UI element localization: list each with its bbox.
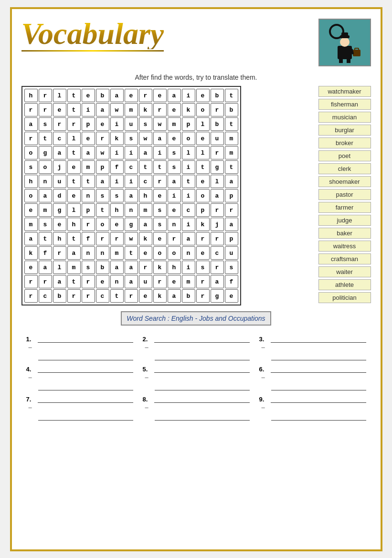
grid-cell: r (196, 275, 210, 288)
grid-cell: t (67, 89, 81, 102)
grid-cell: t (67, 232, 81, 245)
blank-translation-line (271, 353, 366, 360)
grid-cell: a (153, 132, 167, 145)
blank-word-line (271, 365, 366, 373)
grid-cell: a (96, 175, 109, 188)
grid-cell: j (53, 160, 66, 174)
grid-cell: m (225, 146, 238, 159)
blank-separator: – (143, 344, 250, 351)
grid-cell: o (24, 146, 38, 159)
grid-cell: e (196, 89, 210, 102)
grid-cell: e (168, 103, 181, 116)
grid-cell: w (125, 232, 138, 245)
grid-cell: a (125, 189, 138, 202)
grid-cell: g (211, 289, 224, 303)
grid-cell: t (67, 175, 81, 188)
blank-line: 1. (26, 335, 133, 343)
grid-cell: b (53, 289, 66, 303)
grid-cell: m (182, 275, 195, 288)
grid-cell: w (139, 132, 152, 145)
grid-cell: r (225, 203, 238, 217)
grid-cell: w (110, 103, 124, 116)
grid-cell: e (225, 289, 238, 303)
grid-cell: r (153, 103, 167, 116)
grid-cell: a (168, 289, 181, 303)
grid-cell: a (225, 175, 238, 188)
grid-cell: k (196, 218, 210, 231)
grid-cell: o (196, 189, 210, 202)
blank-item: 4. – (26, 365, 133, 390)
grid-cell: r (82, 289, 95, 303)
grid-cell: h (24, 89, 38, 102)
grid-cell: l (211, 175, 224, 188)
grid-cell: w (96, 146, 109, 159)
word-item: judge (318, 215, 371, 226)
blank-line: 5. (143, 365, 250, 373)
word-item: waiter (318, 266, 371, 277)
grid-cell: n (168, 218, 181, 231)
grid-cell: k (139, 232, 152, 245)
grid-cell: c (182, 203, 195, 217)
grid-cell: n (82, 246, 95, 260)
blank-translation-line (38, 413, 133, 421)
grid-cell: s (96, 189, 109, 202)
grid-cell: i (182, 218, 195, 231)
blank-item: 1. – (26, 335, 133, 360)
grid-cell: u (211, 132, 224, 145)
grid-cell: t (39, 232, 52, 245)
svg-line-10 (352, 50, 353, 53)
blank-word-line (38, 335, 133, 343)
blank-translation-line (155, 413, 250, 421)
word-item: burglar (318, 125, 371, 136)
grid-cell: i (182, 261, 195, 274)
grid-cell: i (110, 117, 124, 131)
blank-line: 8. (143, 395, 250, 403)
grid-cell: p (96, 160, 109, 174)
grid-cell: o (39, 160, 52, 174)
grid-cell: m (168, 117, 181, 131)
grid-cell: p (225, 189, 238, 202)
grid-cell: i (153, 146, 167, 159)
grid-cell: p (196, 203, 210, 217)
grid-cell: p (225, 232, 238, 245)
grid-cell: k (153, 289, 167, 303)
grid-cell: r (211, 146, 224, 159)
grid-cell: s (24, 160, 38, 174)
grid-cell: e (96, 275, 109, 288)
blank-word-line (271, 395, 366, 403)
grid-cell: a (110, 89, 124, 102)
grid-cell: n (182, 246, 195, 260)
blanks-section: 1. – 2. – 3. – 4. – (21, 335, 371, 421)
blank-word-line (271, 335, 366, 343)
grid-cell: j (211, 218, 224, 231)
grid-cell: l (196, 117, 210, 131)
grid-cell: t (110, 289, 124, 303)
blank-translation-line (155, 353, 250, 360)
grid-cell: p (82, 117, 95, 131)
word-item: waitress (318, 241, 371, 252)
grid-cell: r (125, 289, 138, 303)
grid-cell: t (67, 146, 81, 159)
blank-line: 2. (143, 335, 250, 343)
grid-cell: a (39, 261, 52, 274)
svg-rect-9 (355, 48, 359, 51)
grid-cell: a (53, 275, 66, 288)
grid-cell: b (96, 89, 109, 102)
detective-icon (318, 19, 371, 66)
grid-cell: c (125, 160, 138, 174)
blank-number: 6. (259, 366, 269, 373)
grid-cell: o (96, 218, 109, 231)
grid-cell: h (53, 232, 66, 245)
grid-cell: w (153, 117, 167, 131)
grid-cell: r (24, 132, 38, 145)
grid-cell: a (24, 117, 38, 131)
word-item: politician (318, 292, 371, 303)
word-item: broker (318, 137, 371, 148)
grid-cell: t (225, 89, 238, 102)
grid-cell: c (211, 246, 224, 260)
blank-item: 9. – (259, 395, 366, 421)
grid-cell: r (196, 232, 210, 245)
blank-line: 6. (259, 365, 366, 373)
grid-cell: r (110, 232, 124, 245)
grid-section: hrltebaereaiebtrretiawmkrekorbasrrpeiusw… (21, 86, 311, 305)
